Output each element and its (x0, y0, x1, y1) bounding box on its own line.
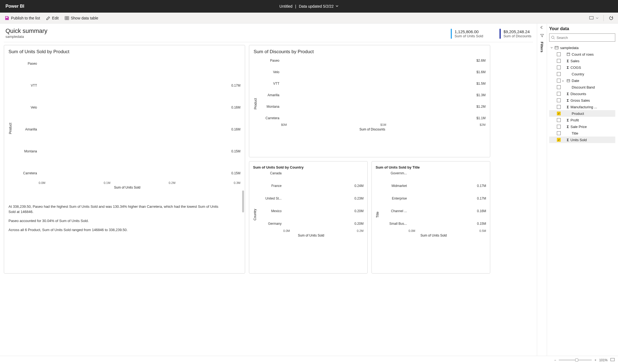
sigma-icon: Σ (567, 105, 569, 109)
page-title: Quick summary (5, 27, 47, 35)
field-checkbox[interactable]: ✓ (557, 138, 561, 142)
calendar-icon (567, 79, 570, 82)
search-input[interactable] (557, 36, 613, 40)
summary-header: Quick summary sampledata 1,125,806.00 Su… (4, 26, 533, 42)
field-checkbox[interactable] (557, 66, 561, 69)
filter-icon[interactable] (540, 34, 544, 38)
data-updated: Data updated 5/2/22 (299, 4, 334, 8)
tile-units-by-title[interactable]: Sum of Units Sold by Title TitleGovernm.… (372, 161, 490, 274)
field-label: Profit (571, 118, 579, 122)
bar[interactable]: Canada0.25M (259, 169, 364, 177)
value-label: 0.20M (355, 222, 364, 226)
bar[interactable]: Montana$1.2M (259, 103, 486, 110)
sigma-icon: Σ (567, 138, 569, 142)
bar[interactable]: France0.24M (259, 182, 364, 190)
bar[interactable]: Mexico0.20M (259, 207, 364, 215)
bar[interactable]: Velo0.16M (14, 101, 240, 114)
field-row[interactable]: Count of rows (549, 51, 615, 58)
publish-button[interactable]: Publish to the list (3, 15, 41, 22)
field-search[interactable] (549, 33, 615, 42)
field-row[interactable]: ΣCOGS (549, 64, 615, 71)
field-checkbox[interactable] (557, 118, 561, 122)
tile-discounts-by-product[interactable]: Sum of Discounts by Product ProductPaseo… (249, 45, 490, 157)
bar[interactable]: VTT$1.5M (259, 80, 486, 87)
edit-button[interactable]: Edit (45, 15, 60, 21)
value-label: 0.16M (231, 106, 240, 109)
field-row[interactable]: ›Date (549, 77, 615, 84)
y-axis-label: Title (376, 212, 379, 218)
metric-units-sold[interactable]: 1,125,806.00 Sum of Units Sold (451, 29, 483, 39)
field-row[interactable]: Country (549, 71, 615, 77)
bar[interactable]: Governm...0.47M (381, 169, 486, 177)
field-row[interactable]: ΣDiscounts (549, 90, 615, 97)
value-label: $1.3M (477, 93, 486, 97)
field-checkbox[interactable] (557, 59, 561, 63)
app-top-bar: Power BI Untitled | Data updated 5/2/22 (0, 0, 618, 13)
field-checkbox[interactable] (557, 72, 561, 76)
bar[interactable]: Small Bus...0.15M (381, 220, 486, 228)
view-mode-button[interactable] (588, 15, 600, 21)
field-checkbox[interactable] (557, 92, 561, 96)
field-row[interactable]: ΣGross Sales (549, 97, 615, 104)
tile-units-by-product[interactable]: Sum of Units Sold by Product ProductPase… (4, 45, 245, 274)
tile-title: Sum of Discounts by Product (254, 49, 486, 55)
value-label: 0.24M (355, 184, 364, 188)
category-label: Germany (259, 222, 283, 226)
collapse-icon[interactable] (540, 25, 544, 30)
tile-units-by-country[interactable]: Sum of Units Sold by Country CountryCana… (249, 161, 368, 274)
field-checkbox[interactable] (557, 98, 561, 102)
zoom-slider[interactable] (559, 360, 592, 360)
field-checkbox[interactable]: ✓ (557, 112, 561, 115)
value-label: 0.47M (471, 171, 480, 175)
count-icon (567, 53, 570, 56)
bar[interactable]: Midmarket0.17M (381, 182, 486, 190)
field-row[interactable]: Title (549, 130, 615, 136)
field-checkbox[interactable] (557, 79, 561, 83)
your-data-pane: Your data sampledataCount of rowsΣSalesΣ… (547, 24, 618, 356)
bar[interactable]: Carretera0.15M (14, 167, 240, 180)
bar[interactable]: Amarilla$1.3M (259, 92, 486, 98)
bar[interactable]: Carretera$1.1M (259, 115, 486, 121)
fit-page-button[interactable] (610, 358, 615, 362)
y-axis-label: Product (8, 123, 12, 134)
title-center[interactable]: Untitled | Data updated 5/2/22 (279, 4, 339, 8)
bar[interactable]: Velo$1.6M (259, 69, 486, 75)
field-checkbox[interactable] (557, 105, 561, 109)
bar[interactable]: Paseo0.34M (14, 57, 240, 70)
bar[interactable]: Amarilla0.16M (14, 123, 240, 136)
field-row[interactable]: ΣSale Price (549, 123, 615, 130)
bar[interactable]: United St...0.23M (259, 195, 364, 202)
x-axis-label: Sum of Units Sold (259, 234, 364, 237)
bar[interactable]: Montana0.15M (14, 145, 240, 158)
bar[interactable]: Paseo$2.6M (259, 57, 486, 64)
category-label: Velo (14, 106, 39, 109)
bar[interactable]: VTT0.17M (14, 79, 240, 92)
field-checkbox[interactable] (557, 52, 561, 56)
category-label: Velo (259, 70, 281, 74)
bar[interactable]: Enterprise0.17M (381, 195, 486, 202)
field-row[interactable]: ΣManufacturing ... (549, 104, 615, 110)
svg-rect-8 (555, 46, 558, 49)
field-checkbox[interactable] (557, 125, 561, 129)
refresh-button[interactable] (608, 15, 615, 22)
bar[interactable]: Germany0.20M (259, 220, 364, 228)
field-checkbox[interactable] (557, 131, 561, 135)
chevron-right-icon[interactable]: › (562, 79, 565, 83)
bar[interactable]: Channel ...0.16M (381, 207, 486, 215)
field-row[interactable]: ✓ΣUnits Sold (549, 136, 615, 143)
filters-rail[interactable]: Filters (537, 24, 547, 356)
chevron-down-icon[interactable] (335, 4, 339, 8)
zoom-out-button[interactable]: − (554, 358, 556, 362)
metric-discounts[interactable]: $9,205,248.24 Sum of Discounts (500, 29, 531, 39)
field-row[interactable]: ✓Product (549, 110, 615, 117)
zoom-in-button[interactable]: + (594, 358, 596, 362)
field-row[interactable]: Discount Band (549, 84, 615, 90)
svg-rect-0 (65, 16, 69, 20)
value-label: 0.15M (231, 149, 240, 153)
table-node[interactable]: sampledata (549, 44, 615, 51)
field-row[interactable]: ΣProfit (549, 117, 615, 123)
show-data-table-button[interactable]: Show data table (64, 15, 99, 21)
scrollbar[interactable] (242, 190, 244, 212)
field-row[interactable]: ΣSales (549, 58, 615, 64)
field-checkbox[interactable] (557, 85, 561, 89)
